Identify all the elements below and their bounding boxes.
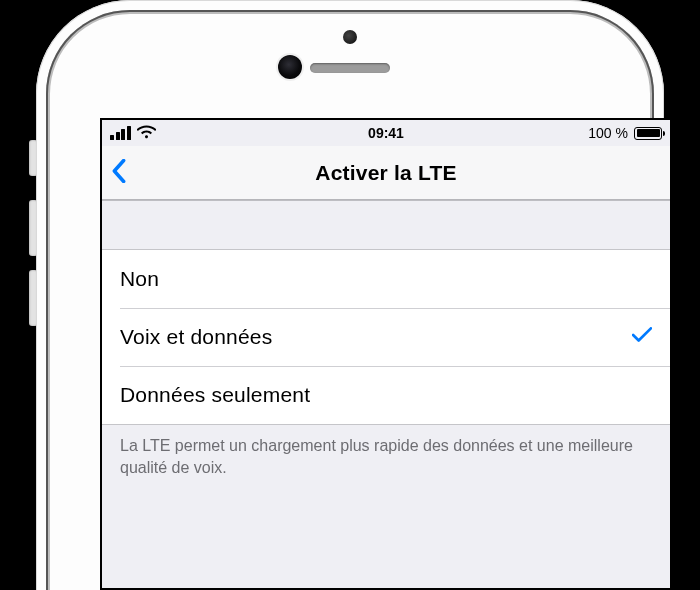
option-label: Données seulement [120, 383, 310, 407]
status-bar: 09:41 100 % [102, 120, 670, 146]
battery-percent-text: 100 % [588, 125, 628, 141]
screen: 09:41 100 % Activer la LTE Non Voix et d… [100, 118, 672, 590]
section-gap [102, 200, 670, 250]
page-title: Activer la LTE [102, 161, 670, 185]
device-frame: 09:41 100 % Activer la LTE Non Voix et d… [36, 0, 664, 590]
option-label: Voix et données [120, 325, 272, 349]
battery-icon [634, 127, 662, 140]
footer-description: La LTE permet un chargement plus rapide … [102, 425, 670, 478]
checkmark-icon [632, 327, 652, 347]
option-data-only[interactable]: Données seulement [102, 366, 670, 424]
front-camera-icon [278, 55, 302, 79]
option-voice-and-data[interactable]: Voix et données [102, 308, 670, 366]
back-button[interactable] [112, 159, 128, 187]
camera-dot-icon [343, 30, 357, 44]
status-time: 09:41 [102, 125, 670, 141]
option-off[interactable]: Non [102, 250, 670, 308]
option-label: Non [120, 267, 159, 291]
speaker-grille-icon [310, 63, 390, 73]
cell-signal-icon [110, 126, 131, 140]
wifi-icon [137, 125, 156, 142]
nav-header: Activer la LTE [102, 146, 670, 200]
options-list: Non Voix et données Données seulement [102, 250, 670, 424]
